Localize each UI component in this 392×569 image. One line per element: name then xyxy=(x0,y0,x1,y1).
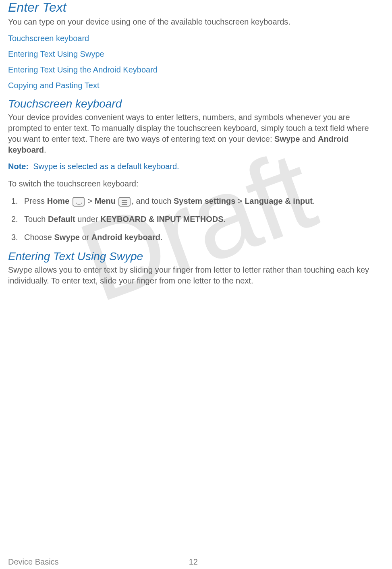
home-icon xyxy=(73,197,85,207)
text-span: and xyxy=(300,134,317,143)
bold-keyboard-methods: KEYBOARD & INPUT METHODS xyxy=(100,215,224,223)
step-3: 3. Choose Swype or Android keyboard. xyxy=(24,232,384,243)
note-label: Note: xyxy=(8,162,29,171)
text-span: . xyxy=(224,215,226,223)
bold-home: Home xyxy=(47,197,70,205)
heading-enter-text: Enter Text xyxy=(8,0,384,15)
step-2: 2. Touch Default under KEYBOARD & INPUT … xyxy=(24,214,384,225)
text-span: . xyxy=(160,233,163,242)
document-content: Enter Text You can type on your device u… xyxy=(8,0,384,286)
link-touchscreen-keyboard[interactable]: Touchscreen keyboard xyxy=(8,34,384,43)
text-span: > xyxy=(87,197,94,205)
link-android-keyboard[interactable]: Entering Text Using the Android Keyboard xyxy=(8,65,384,74)
bold-menu: Menu xyxy=(95,197,116,205)
touchscreen-paragraph: Your device provides convenient ways to … xyxy=(8,112,384,155)
text-span: under xyxy=(75,215,100,223)
step-1: 1. Press Home > Menu , and touch System … xyxy=(24,196,384,207)
switch-keyboard-intro: To switch the touchscreen keyboard: xyxy=(8,178,384,189)
bold-swype: Swype xyxy=(54,233,80,242)
text-span: or xyxy=(80,233,91,242)
note-text: Swype is selected as a default keyboard. xyxy=(33,162,179,171)
footer-page-number: 12 xyxy=(189,557,198,567)
bold-swype: Swype xyxy=(274,134,300,143)
text-span: Choose xyxy=(24,233,54,242)
heading-swype-entering: Entering Text Using Swype xyxy=(8,250,384,263)
step-number: 2. xyxy=(11,214,18,225)
bold-language-input: Language & input xyxy=(245,197,313,205)
text-span: > xyxy=(235,197,245,205)
footer-section-title: Device Basics xyxy=(8,557,59,567)
bold-android-keyboard: Android keyboard xyxy=(91,233,160,242)
step-number: 3. xyxy=(11,232,18,243)
link-swype[interactable]: Entering Text Using Swype xyxy=(8,50,384,59)
link-copy-paste[interactable]: Copying and Pasting Text xyxy=(8,81,384,90)
note-paragraph: Note: Swype is selected as a default key… xyxy=(8,162,384,171)
heading-touchscreen-keyboard: Touchscreen keyboard xyxy=(8,97,384,110)
text-span: Press xyxy=(24,197,47,205)
steps-list: 1. Press Home > Menu , and touch System … xyxy=(8,196,384,243)
menu-icon xyxy=(118,197,131,207)
bold-system-settings: System settings xyxy=(174,197,235,205)
text-span: . xyxy=(313,197,315,205)
swype-paragraph: Swype allows you to enter text by slidin… xyxy=(8,265,384,286)
text-span: . xyxy=(44,145,46,154)
bold-default: Default xyxy=(48,215,75,223)
page-footer: Device Basics 12 xyxy=(8,557,384,567)
intro-paragraph: You can type on your device using one of… xyxy=(8,17,384,27)
text-span: Touch xyxy=(24,215,48,223)
step-number: 1. xyxy=(11,196,18,207)
text-span: , and touch xyxy=(131,197,174,205)
